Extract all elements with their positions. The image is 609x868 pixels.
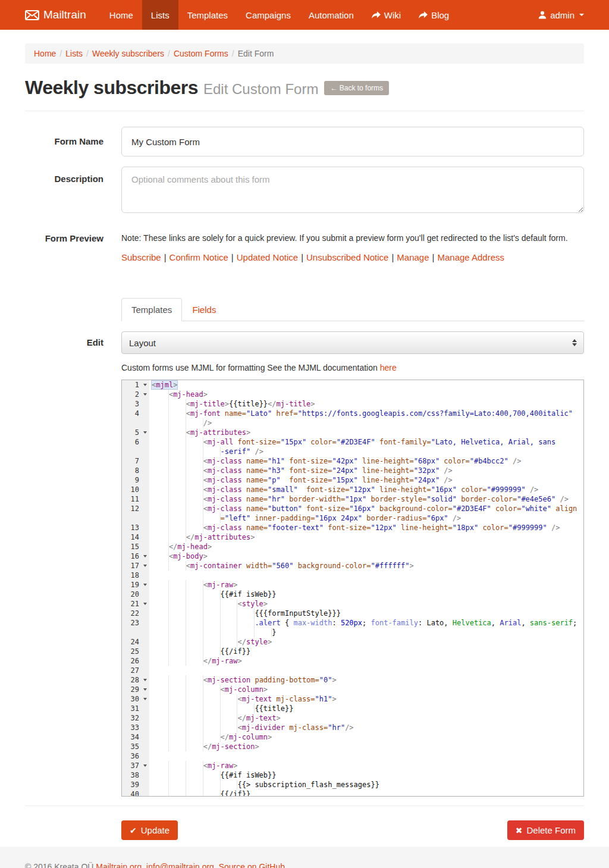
breadcrumb-item-lists[interactable]: Lists xyxy=(65,49,83,58)
token-txt xyxy=(375,438,379,446)
fold-arrow-icon[interactable] xyxy=(143,764,147,767)
indent-guide xyxy=(152,504,203,513)
fold-arrow-icon[interactable] xyxy=(143,679,147,681)
code-editor[interactable]: 1234567891011121314151617181920212223242… xyxy=(121,380,584,797)
preview-link-updated-notice[interactable]: Updated Notice xyxy=(237,252,298,262)
token-attr: line-height= xyxy=(379,485,431,494)
breadcrumb-item-weekly-subscribers[interactable]: Weekly subscribers xyxy=(92,49,164,58)
fold-arrow-icon[interactable] xyxy=(143,555,147,557)
description-textarea[interactable] xyxy=(121,167,584,213)
token-b: /> xyxy=(513,457,521,465)
line-number-17: 17 xyxy=(122,561,149,571)
token-attr: mj-class= xyxy=(277,695,315,703)
footer-link-source-on-github[interactable]: Source on GitHub xyxy=(219,862,285,868)
fold-arrow-icon[interactable] xyxy=(143,688,147,691)
token-txt xyxy=(242,466,246,475)
token-attr: border-color= xyxy=(461,495,517,503)
token-b: > xyxy=(310,400,315,408)
nav-item-blog[interactable]: Blog xyxy=(410,0,458,30)
nav-item-home[interactable]: Home xyxy=(101,0,142,30)
code-line: <mj-container width="560" background-col… xyxy=(152,561,583,571)
update-button[interactable]: ✔Update xyxy=(121,820,178,840)
token-b: < xyxy=(203,676,208,684)
brand-mailtrain[interactable]: Mailtrain xyxy=(25,0,101,30)
code-line xyxy=(152,751,583,761)
code-line: <mj-class name="small" font-size="12px" … xyxy=(152,485,583,494)
indent-guide xyxy=(152,551,169,561)
token-txt xyxy=(242,485,246,494)
back-to-forms-button[interactable]: ← Back to forms xyxy=(324,81,389,95)
token-txt xyxy=(242,495,246,503)
fold-arrow-icon[interactable] xyxy=(143,565,147,567)
indent-guide xyxy=(152,475,203,485)
breadcrumb-item-home[interactable]: Home xyxy=(34,49,56,58)
preview-link-manage-address[interactable]: Manage Address xyxy=(437,252,504,262)
token-txt xyxy=(397,524,401,532)
breadcrumb-item-custom-forms[interactable]: Custom Forms xyxy=(174,49,228,58)
line-number-12: 12 xyxy=(122,504,149,513)
token-tag: mj-container xyxy=(190,562,242,570)
token-b: < xyxy=(203,476,208,484)
footer-link-info-mailtrain-org[interactable]: info@mailtrain.org xyxy=(146,862,214,868)
indent-guide xyxy=(152,466,203,475)
token-txt: {{/if}} xyxy=(221,647,251,656)
form-preview-label: Form Preview xyxy=(25,232,103,262)
fold-arrow-icon[interactable] xyxy=(143,393,147,396)
token-b: /> xyxy=(444,476,452,484)
token-txt xyxy=(358,466,362,475)
mjml-docs-link[interactable]: here xyxy=(380,363,397,372)
token-txt: , xyxy=(521,619,529,627)
token-attr: href= xyxy=(277,409,298,418)
nav-item-label: Automation xyxy=(309,10,354,20)
token-tag: mj-class xyxy=(208,524,242,532)
preview-link-confirm-notice[interactable]: Confirm Notice xyxy=(169,252,228,262)
fold-arrow-icon[interactable] xyxy=(143,603,147,605)
line-number-wrap xyxy=(122,628,149,637)
top-navbar: Mailtrain HomeListsTemplatesCampaignsAut… xyxy=(0,0,609,30)
preview-link-manage[interactable]: Manage xyxy=(397,252,429,262)
token-attr: name= xyxy=(225,409,246,418)
fold-arrow-icon[interactable] xyxy=(143,431,147,434)
token-str: "h3" xyxy=(268,466,285,475)
fold-arrow-icon[interactable] xyxy=(143,384,147,386)
line-number-36: 36 xyxy=(122,751,149,761)
token-str: "#ffffff" xyxy=(371,562,410,570)
token-tag: mj-column xyxy=(229,733,268,741)
token-b: < xyxy=(203,504,208,513)
editor-gutter[interactable]: 1234567891011121314151617181920212223242… xyxy=(122,380,149,796)
token-attr: line-height= xyxy=(362,466,414,475)
form-name-input[interactable] xyxy=(121,127,584,156)
token-attr: border-style= xyxy=(371,495,427,503)
nav-item-wiki[interactable]: Wiki xyxy=(363,0,410,30)
token-tag: style xyxy=(246,638,268,646)
token-attr: font-size= xyxy=(306,485,349,494)
footer-link-mailtrain-org[interactable]: Mailtrain.org xyxy=(96,862,142,868)
tab-fields[interactable]: Fields xyxy=(182,298,226,321)
user-menu[interactable]: admin xyxy=(538,0,584,30)
preview-note: Note: These links are solely for a quick… xyxy=(121,233,584,243)
nav-item-lists[interactable]: Lists xyxy=(142,0,178,30)
token-attr: line-height= xyxy=(362,457,414,465)
indent-guide xyxy=(152,770,221,780)
fold-arrow-icon[interactable] xyxy=(143,584,147,586)
token-str: "16px 24px" xyxy=(315,514,362,522)
indent-guide xyxy=(152,628,272,637)
tab-templates[interactable]: Templates xyxy=(121,298,182,321)
nav-item-templates[interactable]: Templates xyxy=(178,0,237,30)
code-line: </mj-column> xyxy=(152,732,583,742)
token-tag: mj-class xyxy=(208,495,242,503)
code-line: {{/if}} xyxy=(152,647,583,656)
fold-arrow-icon[interactable] xyxy=(143,698,147,700)
nav-item-campaigns[interactable]: Campaigns xyxy=(237,0,300,30)
indent-guide xyxy=(152,437,203,447)
token-str: "https://fonts.googleapis.com/css?family… xyxy=(298,409,573,418)
indent-guide xyxy=(152,732,221,742)
delete-form-button[interactable]: ✖Delete Form xyxy=(507,820,584,840)
token-str: "6px" xyxy=(426,514,448,522)
preview-link-subscribe[interactable]: Subscribe xyxy=(121,252,161,262)
nav-item-automation[interactable]: Automation xyxy=(300,0,363,30)
code-line: {{#if isWeb}} xyxy=(152,590,583,599)
line-number-38: 38 xyxy=(122,770,149,780)
preview-link-unsubscribed-notice[interactable]: Unsubscribed Notice xyxy=(306,252,388,262)
edit-template-select[interactable]: Layout xyxy=(121,331,584,354)
